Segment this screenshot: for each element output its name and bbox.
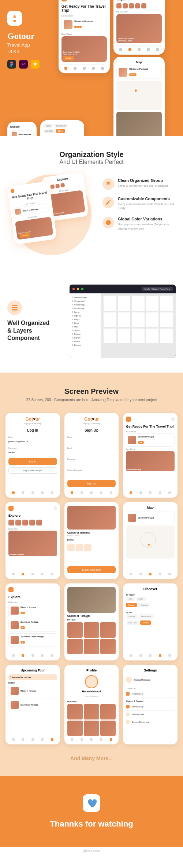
- screen-profile: Profile Hasan Mahmud Dhaka, Bangladesh M…: [64, 665, 119, 744]
- avatar[interactable]: [85, 675, 98, 688]
- screen-detail2: Capital of Portugal Hot Place: [64, 583, 119, 660]
- layers-section: Well Organized& LayersComponent Drafts /…: [0, 270, 183, 373]
- figma-canvas[interactable]: [101, 293, 176, 358]
- figma-icon: [7, 60, 16, 69]
- watermark: gfxtra.com: [0, 847, 183, 855]
- screen-signup: Got♥ur Enjoy your Travelling Sign Up Nam…: [64, 413, 119, 498]
- screen-detail: Capital of Thailand Bangkok, Thailand Se…: [64, 502, 119, 579]
- layer-item[interactable]: Onboarding 1: [72, 299, 98, 303]
- screen-explore-grid: Explore My Location Sesimbra e Arrábida: [5, 502, 60, 579]
- svg-point-1: [106, 220, 111, 225]
- login-button[interactable]: Log In: [8, 458, 57, 465]
- feature-colors: Global Color VariationsUse popular color…: [102, 217, 176, 230]
- figma-window: Drafts / Gotour Travel App Welcome PageO…: [70, 285, 176, 358]
- phone-small-explore: Explore Winter in Portugal Sesimbra e Ar…: [7, 122, 37, 136]
- phone-discover: PopularBest Choice Last Trips3 Days Paym…: [40, 120, 84, 136]
- screen-settings: Settings Hasan Mahmud preferences Notifi…: [123, 665, 178, 744]
- screen-preview-section: Screen Preview 22 Screen, 200+ Component…: [0, 373, 183, 776]
- figma-tab[interactable]: Drafts / Gotour Travel App: [142, 287, 173, 291]
- screen-explore-list: Explore My Location Winter in Portugal★ …: [5, 583, 60, 660]
- screen-map: Map Winter in Portugal: [123, 502, 178, 579]
- footer-title: Thannks for watching: [7, 819, 176, 829]
- screen-discover: Discover By Region AsiaAfrica EuropeAmer…: [123, 583, 178, 660]
- feature-organized: Clean Organized GroupLayer & component a…: [102, 178, 176, 190]
- location-card[interactable]: Winter in Portugal★★★: [61, 18, 107, 31]
- layer-item[interactable]: Welcome Page: [72, 296, 98, 299]
- customize-icon: [102, 197, 114, 208]
- setting-document[interactable]: Back a Document: [126, 718, 175, 726]
- layer-item[interactable]: Home: [72, 321, 98, 325]
- organized-icon: [7, 300, 22, 315]
- phone-map: Map Winter in Portugal★★★: [113, 57, 165, 136]
- setting-booking[interactable]: My Booking: [126, 703, 175, 711]
- palette-icon: [102, 217, 114, 228]
- map-view[interactable]: [116, 81, 162, 110]
- hero-section: Gotour Travel App UI Kit Xd Get Ready Fo…: [0, 0, 183, 136]
- phone-explore: Explore My Location Sesimbra e ArrábidaS…: [113, 0, 165, 55]
- layer-item[interactable]: Discover: [72, 343, 98, 347]
- layer-item[interactable]: Explore: [72, 336, 98, 340]
- layer-item[interactable]: Onboarding 3: [72, 307, 98, 310]
- email-field[interactable]: planetzzz@email.uk: [8, 439, 57, 444]
- setting-notification[interactable]: Notification: [126, 690, 175, 698]
- layer-item[interactable]: Forgot: [72, 318, 98, 321]
- layer-item[interactable]: Log In: [72, 310, 98, 314]
- layers-icon: [102, 178, 114, 190]
- heart-icon: [83, 794, 100, 812]
- screen-upcoming: Upcoming Tour 7 day up to the next tour …: [5, 665, 60, 744]
- organization-section: Organization Style And UI Elements Perfe…: [0, 136, 183, 270]
- sketch-icon: [31, 60, 40, 69]
- layer-item[interactable]: Sign Up: [72, 314, 98, 318]
- signup-button[interactable]: Sign Up: [67, 480, 116, 487]
- feature-customizable: Customizable ComponentsEvery component a…: [102, 197, 176, 210]
- layer-item[interactable]: Explore: [72, 332, 98, 336]
- phone-home-title: Get Ready For The Travel Trip!: [61, 4, 107, 12]
- layer-item[interactable]: Details: [72, 340, 98, 343]
- layers-panel[interactable]: Welcome PageOnboarding 1Onboarding 2Onbo…: [70, 293, 101, 358]
- password-field[interactable]: ••••••••: [8, 450, 57, 455]
- layer-item[interactable]: Search: [72, 329, 98, 332]
- section2-title: Organization Style: [7, 150, 176, 159]
- brand-logo: [7, 11, 22, 26]
- layer-item[interactable]: Map: [72, 325, 98, 329]
- preview-title: Screen Preview: [5, 387, 178, 396]
- many-more-text: And Many More...: [5, 755, 178, 761]
- screen-login: Got♥ur Enjoy your Travelling Log In Emai…: [5, 413, 60, 498]
- preview-subtitle: 22 Screen, 200+ Components are here, Ama…: [5, 398, 178, 402]
- xd-icon: Xd: [19, 60, 28, 69]
- layer-item[interactable]: Onboarding 2: [72, 303, 98, 307]
- svg-point-0: [12, 63, 13, 65]
- screen-home: Get Ready For The Travel Trip! My Locati…: [123, 413, 178, 498]
- setting-payment[interactable]: My Payment: [126, 711, 175, 718]
- footer-section: Thannks for watching: [0, 776, 183, 847]
- phone-home: Get Ready For The Travel Trip! My Locati…: [59, 0, 110, 73]
- section2-subtitle: And UI Elements Perfect: [7, 159, 176, 165]
- google-login-button[interactable]: Log In With Google: [8, 467, 57, 474]
- map-canvas[interactable]: [126, 525, 175, 558]
